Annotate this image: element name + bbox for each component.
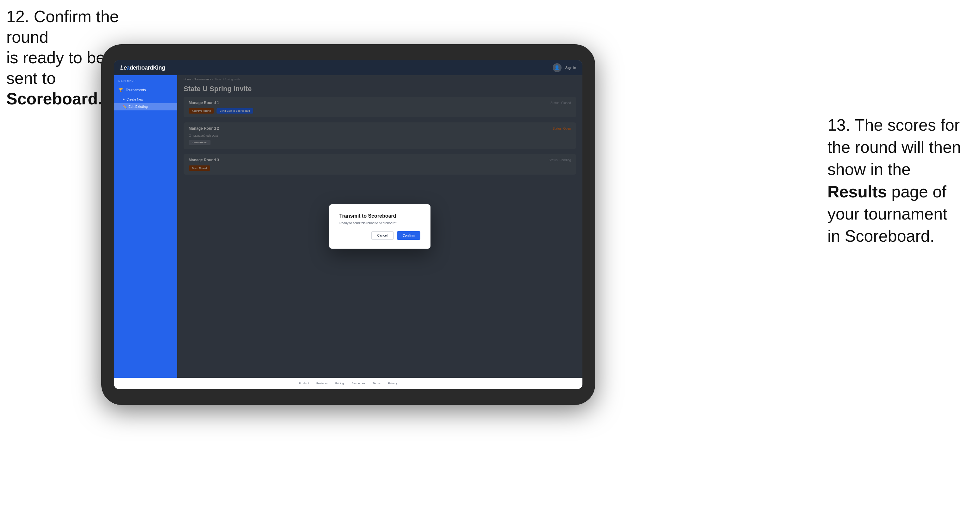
footer-product[interactable]: Product: [299, 382, 309, 385]
annotation-right: 13. The scores for the round will then s…: [827, 114, 961, 247]
navbar: LeaderboardKing 👤 Sign In: [114, 60, 582, 75]
sidebar-menu-label: MAIN MENU: [114, 80, 177, 85]
footer-resources[interactable]: Resources: [352, 382, 365, 385]
tablet-shell: LeaderboardKing 👤 Sign In MAIN MENU 🏆 To…: [101, 44, 595, 405]
modal-cancel-btn[interactable]: Cancel: [371, 231, 394, 240]
modal-overlay: Transmit to Scoreboard Ready to send thi…: [177, 75, 582, 378]
modal-actions: Cancel Confirm: [339, 231, 420, 240]
annotation-line3: Scoreboard.: [6, 89, 102, 108]
avatar-icon: 👤: [553, 63, 562, 72]
footer-terms[interactable]: Terms: [373, 382, 381, 385]
sign-in-link[interactable]: Sign In: [565, 66, 576, 70]
footer-features[interactable]: Features: [316, 382, 328, 385]
plus-icon: +: [123, 98, 125, 101]
main-layout: MAIN MENU 🏆 Tournaments + Create New ✏️ …: [114, 75, 582, 378]
modal-box: Transmit to Scoreboard Ready to send thi…: [329, 204, 431, 249]
navbar-right: 👤 Sign In: [553, 63, 576, 72]
modal-subtitle: Ready to send this round to Scoreboard?: [339, 221, 420, 225]
sidebar-edit-existing[interactable]: ✏️ Edit Existing: [114, 103, 177, 110]
sidebar-edit-existing-label: Edit Existing: [129, 105, 148, 108]
sidebar-create-new[interactable]: + Create New: [114, 96, 177, 103]
trophy-icon: 🏆: [118, 87, 123, 92]
footer: Product Features Pricing Resources Terms…: [114, 378, 582, 389]
footer-privacy[interactable]: Privacy: [388, 382, 398, 385]
annotation-line1: 12. Confirm the round: [6, 7, 119, 46]
annotation-right-bold: Results: [827, 183, 887, 201]
annotation-line2: is ready to be sent to: [6, 48, 105, 87]
modal-title: Transmit to Scoreboard: [339, 213, 420, 219]
sidebar-item-tournaments[interactable]: 🏆 Tournaments: [114, 85, 177, 95]
content-area: Home / Tournaments / State U Spring Invi…: [177, 75, 582, 378]
modal-confirm-btn[interactable]: Confirm: [397, 231, 420, 240]
edit-icon: ✏️: [123, 105, 127, 108]
tablet-screen: LeaderboardKing 👤 Sign In MAIN MENU 🏆 To…: [114, 60, 582, 389]
footer-pricing[interactable]: Pricing: [335, 382, 344, 385]
annotation-right-text: 13. The scores for the round will then s…: [827, 116, 961, 245]
sidebar: MAIN MENU 🏆 Tournaments + Create New ✏️ …: [114, 75, 177, 378]
sidebar-create-new-label: Create New: [127, 98, 143, 101]
sidebar-sub: + Create New ✏️ Edit Existing: [114, 95, 177, 112]
navbar-logo: LeaderboardKing: [120, 65, 165, 71]
sidebar-tournaments-label: Tournaments: [126, 88, 146, 92]
